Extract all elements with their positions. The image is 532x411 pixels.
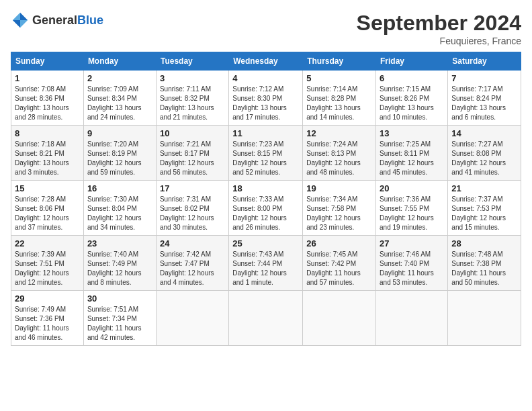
svg-marker-2 bbox=[20, 20, 28, 28]
calendar-cell: 11 Sunrise: 7:23 AMSunset: 8:15 PMDaylig… bbox=[229, 126, 303, 181]
calendar-week-row: 8 Sunrise: 7:18 AMSunset: 8:21 PMDayligh… bbox=[11, 126, 521, 181]
day-number: 5 bbox=[306, 73, 372, 83]
col-tuesday: Tuesday bbox=[156, 52, 228, 71]
calendar-week-row: 29 Sunrise: 7:49 AMSunset: 7:36 PMDaylig… bbox=[11, 291, 521, 346]
calendar-cell bbox=[448, 291, 521, 346]
calendar-cell: 19 Sunrise: 7:34 AMSunset: 7:58 PMDaylig… bbox=[303, 181, 376, 236]
day-detail: Sunrise: 7:15 AMSunset: 8:26 PMDaylight:… bbox=[380, 85, 444, 122]
calendar-cell: 26 Sunrise: 7:45 AMSunset: 7:42 PMDaylig… bbox=[303, 236, 376, 291]
day-number: 25 bbox=[232, 238, 299, 248]
day-number: 15 bbox=[15, 183, 80, 193]
calendar-cell: 15 Sunrise: 7:28 AMSunset: 8:06 PMDaylig… bbox=[11, 181, 84, 236]
calendar-cell: 21 Sunrise: 7:37 AMSunset: 7:53 PMDaylig… bbox=[448, 181, 521, 236]
col-monday: Monday bbox=[83, 52, 156, 71]
calendar-cell: 9 Sunrise: 7:20 AMSunset: 8:19 PMDayligh… bbox=[83, 126, 156, 181]
logo-general: General bbox=[32, 13, 77, 27]
calendar-cell: 30 Sunrise: 7:51 AMSunset: 7:34 PMDaylig… bbox=[83, 291, 156, 346]
day-number: 29 bbox=[15, 293, 80, 304]
calendar-cell: 2 Sunrise: 7:09 AMSunset: 8:34 PMDayligh… bbox=[83, 71, 156, 126]
day-detail: Sunrise: 7:17 AMSunset: 8:24 PMDaylight:… bbox=[451, 85, 517, 122]
day-number: 22 bbox=[15, 238, 80, 248]
day-number: 18 bbox=[232, 183, 299, 193]
calendar-cell: 22 Sunrise: 7:39 AMSunset: 7:51 PMDaylig… bbox=[11, 236, 84, 291]
calendar-cell: 3 Sunrise: 7:11 AMSunset: 8:32 PMDayligh… bbox=[156, 71, 228, 126]
day-detail: Sunrise: 7:21 AMSunset: 8:17 PMDaylight:… bbox=[160, 140, 225, 177]
calendar-cell: 23 Sunrise: 7:40 AMSunset: 7:49 PMDaylig… bbox=[83, 236, 156, 291]
day-number: 26 bbox=[306, 238, 372, 248]
calendar-cell: 4 Sunrise: 7:12 AMSunset: 8:30 PMDayligh… bbox=[229, 71, 303, 126]
day-number: 23 bbox=[87, 238, 152, 248]
day-detail: Sunrise: 7:40 AMSunset: 7:49 PMDaylight:… bbox=[87, 250, 152, 287]
day-detail: Sunrise: 7:42 AMSunset: 7:47 PMDaylight:… bbox=[160, 250, 225, 287]
day-detail: Sunrise: 7:18 AMSunset: 8:21 PMDaylight:… bbox=[15, 140, 80, 177]
day-detail: Sunrise: 7:34 AMSunset: 7:58 PMDaylight:… bbox=[306, 195, 372, 232]
day-detail: Sunrise: 7:28 AMSunset: 8:06 PMDaylight:… bbox=[15, 195, 80, 232]
title-section: September 2024 Feuquieres, France bbox=[357, 11, 521, 46]
day-number: 8 bbox=[15, 128, 80, 138]
svg-marker-1 bbox=[13, 13, 20, 20]
day-number: 16 bbox=[87, 183, 152, 193]
day-detail: Sunrise: 7:43 AMSunset: 7:44 PMDaylight:… bbox=[232, 250, 299, 287]
day-number: 7 bbox=[451, 73, 517, 83]
col-saturday: Saturday bbox=[448, 52, 521, 71]
calendar-cell: 27 Sunrise: 7:46 AMSunset: 7:40 PMDaylig… bbox=[376, 236, 448, 291]
calendar-cell: 14 Sunrise: 7:27 AMSunset: 8:08 PMDaylig… bbox=[448, 126, 521, 181]
svg-marker-0 bbox=[20, 13, 28, 20]
calendar-cell: 8 Sunrise: 7:18 AMSunset: 8:21 PMDayligh… bbox=[11, 126, 84, 181]
day-number: 17 bbox=[160, 183, 225, 193]
logo-text: GeneralBlue bbox=[32, 13, 103, 28]
calendar-header-row: Sunday Monday Tuesday Wednesday Thursday… bbox=[11, 52, 521, 71]
day-number: 3 bbox=[160, 73, 225, 83]
col-wednesday: Wednesday bbox=[229, 52, 303, 71]
calendar-cell bbox=[376, 291, 448, 346]
calendar-cell: 28 Sunrise: 7:48 AMSunset: 7:38 PMDaylig… bbox=[448, 236, 521, 291]
day-detail: Sunrise: 7:27 AMSunset: 8:08 PMDaylight:… bbox=[451, 140, 517, 177]
day-detail: Sunrise: 7:11 AMSunset: 8:32 PMDaylight:… bbox=[160, 85, 225, 122]
day-number: 11 bbox=[232, 128, 299, 138]
calendar-week-row: 15 Sunrise: 7:28 AMSunset: 8:06 PMDaylig… bbox=[11, 181, 521, 236]
location: Feuquieres, France bbox=[357, 36, 521, 46]
calendar-cell: 10 Sunrise: 7:21 AMSunset: 8:17 PMDaylig… bbox=[156, 126, 228, 181]
logo: GeneralBlue bbox=[11, 11, 103, 30]
day-number: 9 bbox=[87, 128, 152, 138]
day-detail: Sunrise: 7:36 AMSunset: 7:55 PMDaylight:… bbox=[380, 195, 444, 232]
day-detail: Sunrise: 7:14 AMSunset: 8:28 PMDaylight:… bbox=[306, 85, 372, 122]
calendar-cell: 1 Sunrise: 7:08 AMSunset: 8:36 PMDayligh… bbox=[11, 71, 84, 126]
day-number: 10 bbox=[160, 128, 225, 138]
day-number: 24 bbox=[160, 238, 225, 248]
day-number: 2 bbox=[87, 73, 152, 83]
day-number: 21 bbox=[451, 183, 517, 193]
day-detail: Sunrise: 7:23 AMSunset: 8:15 PMDaylight:… bbox=[232, 140, 299, 177]
calendar-cell: 17 Sunrise: 7:31 AMSunset: 8:02 PMDaylig… bbox=[156, 181, 228, 236]
calendar-cell: 20 Sunrise: 7:36 AMSunset: 7:55 PMDaylig… bbox=[376, 181, 448, 236]
day-number: 1 bbox=[15, 73, 80, 83]
day-detail: Sunrise: 7:46 AMSunset: 7:40 PMDaylight:… bbox=[380, 250, 444, 287]
svg-marker-3 bbox=[13, 20, 20, 28]
logo-icon bbox=[11, 11, 30, 30]
calendar-cell bbox=[229, 291, 303, 346]
calendar-cell: 24 Sunrise: 7:42 AMSunset: 7:47 PMDaylig… bbox=[156, 236, 228, 291]
day-number: 14 bbox=[451, 128, 517, 138]
calendar-cell: 29 Sunrise: 7:49 AMSunset: 7:36 PMDaylig… bbox=[11, 291, 84, 346]
day-detail: Sunrise: 7:48 AMSunset: 7:38 PMDaylight:… bbox=[451, 250, 517, 287]
day-number: 19 bbox=[306, 183, 372, 193]
day-detail: Sunrise: 7:25 AMSunset: 8:11 PMDaylight:… bbox=[380, 140, 444, 177]
calendar-cell bbox=[303, 291, 376, 346]
day-detail: Sunrise: 7:08 AMSunset: 8:36 PMDaylight:… bbox=[15, 85, 80, 122]
calendar-cell: 5 Sunrise: 7:14 AMSunset: 8:28 PMDayligh… bbox=[303, 71, 376, 126]
day-detail: Sunrise: 7:09 AMSunset: 8:34 PMDaylight:… bbox=[87, 85, 152, 122]
day-number: 6 bbox=[380, 73, 444, 83]
calendar-cell: 16 Sunrise: 7:30 AMSunset: 8:04 PMDaylig… bbox=[83, 181, 156, 236]
day-detail: Sunrise: 7:12 AMSunset: 8:30 PMDaylight:… bbox=[232, 85, 299, 122]
day-detail: Sunrise: 7:51 AMSunset: 7:34 PMDaylight:… bbox=[87, 305, 152, 342]
calendar-week-row: 1 Sunrise: 7:08 AMSunset: 8:36 PMDayligh… bbox=[11, 71, 521, 126]
day-detail: Sunrise: 7:20 AMSunset: 8:19 PMDaylight:… bbox=[87, 140, 152, 177]
day-number: 27 bbox=[380, 238, 444, 248]
calendar-cell: 18 Sunrise: 7:33 AMSunset: 8:00 PMDaylig… bbox=[229, 181, 303, 236]
logo-blue: Blue bbox=[77, 13, 103, 27]
day-detail: Sunrise: 7:31 AMSunset: 8:02 PMDaylight:… bbox=[160, 195, 225, 232]
day-detail: Sunrise: 7:45 AMSunset: 7:42 PMDaylight:… bbox=[306, 250, 372, 287]
col-sunday: Sunday bbox=[11, 52, 84, 71]
col-friday: Friday bbox=[376, 52, 448, 71]
day-number: 30 bbox=[87, 293, 152, 304]
